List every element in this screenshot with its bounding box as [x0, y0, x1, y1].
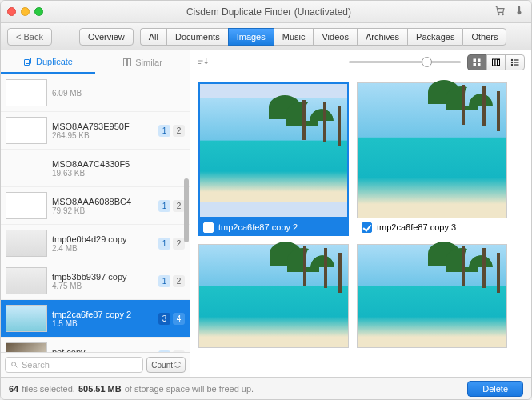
sort-button[interactable]: [197, 55, 208, 70]
preview-card[interactable]: [198, 244, 349, 348]
count-badge: 2: [173, 125, 185, 137]
main-toolbar: [190, 50, 531, 74]
count-badge: 6: [173, 350, 185, 353]
list-item[interactable]: MSO8AA7C4330F519.63 KB: [1, 150, 190, 187]
preview-card[interactable]: tmp2ca6fe87 copy 3: [357, 82, 507, 236]
thumbnail: [6, 79, 47, 106]
svg-rect-11: [493, 59, 495, 66]
back-button[interactable]: < Back: [7, 28, 52, 46]
zoom-slider[interactable]: [349, 61, 461, 63]
list-item[interactable]: MSO8AAA6088BC479.92 KB 12: [1, 187, 190, 225]
delete-button[interactable]: Delete: [467, 381, 523, 397]
zoom-range[interactable]: [349, 61, 461, 63]
view-mode: [467, 54, 525, 70]
list-icon: [510, 58, 520, 67]
list-item[interactable]: MSO8AA793E950F264.95 KB 12: [1, 112, 190, 150]
tab-packages[interactable]: Packages: [407, 28, 462, 46]
preview-card[interactable]: [357, 244, 507, 348]
sidebar-tabs: Duplicate Similar: [1, 50, 190, 74]
search-icon: [10, 361, 18, 369]
search-field[interactable]: [22, 360, 138, 370]
svg-rect-7: [474, 58, 477, 62]
list-item[interactable]: tmp0e0b4d29 copy2.4 MB 12: [1, 225, 190, 262]
cart-icon[interactable]: [494, 5, 506, 19]
preview-grid: tmp2ca6fe87 copy 2 tmp2ca6fe87 copy 3: [190, 74, 531, 377]
preview-filename: tmp2ca6fe87 copy 2: [218, 222, 298, 232]
count-badge: 2: [173, 275, 185, 287]
zoom-icon[interactable]: [34, 7, 43, 16]
list-item[interactable]: tmp2ca6fe87 copy 21.5 MB 34: [1, 300, 190, 338]
count-badge: 1: [158, 238, 170, 250]
file-size: 264.95 KB: [52, 131, 154, 140]
count-badge: 2: [173, 200, 185, 212]
thermometer-icon[interactable]: [514, 5, 525, 19]
file-size: 4.75 MB: [52, 282, 154, 290]
file-name: tmp2ca6fe87 copy 2: [52, 310, 154, 319]
thumbnail: [6, 305, 47, 332]
file-list: 6.09 MB MSO8AA793E950F264.95 KB 12 MSO8A…: [1, 74, 190, 352]
tab-duplicate[interactable]: Duplicate: [1, 50, 95, 74]
svg-rect-12: [495, 59, 498, 66]
svg-rect-9: [474, 63, 477, 66]
file-size: 6.09 MB: [52, 89, 185, 98]
duplicate-icon: [23, 57, 33, 66]
file-name: MSO8AAA6088BC4: [52, 197, 154, 206]
window-controls: [7, 7, 43, 16]
similar-icon: [122, 58, 132, 67]
file-size: 1.5 MB: [52, 319, 154, 328]
svg-rect-5: [128, 58, 131, 66]
svg-point-14: [511, 59, 513, 61]
view-columns-button[interactable]: [486, 54, 506, 70]
list-item[interactable]: pet copy40.88 KB 56: [1, 338, 190, 352]
tab-others[interactable]: Others: [462, 28, 506, 46]
count-badge: 4: [173, 313, 185, 325]
count-button[interactable]: Count: [146, 357, 186, 373]
grid-icon: [472, 58, 482, 67]
tab-images[interactable]: Images: [228, 28, 274, 46]
close-icon[interactable]: [7, 7, 16, 16]
preview-card[interactable]: tmp2ca6fe87 copy 2: [198, 82, 349, 236]
list-item[interactable]: tmp53bb9397 copy4.75 MB 12: [1, 262, 190, 300]
file-name: pet copy: [52, 347, 154, 353]
main-panel: tmp2ca6fe87 copy 2 tmp2ca6fe87 copy 3: [190, 50, 531, 377]
status-text: files selected.: [22, 384, 75, 394]
select-checkbox[interactable]: [203, 222, 214, 233]
tab-music[interactable]: Music: [274, 28, 314, 46]
thumbnail: [6, 154, 47, 182]
chevron-icon: [174, 362, 181, 368]
sidebar-footer: Count: [1, 352, 190, 377]
minimize-icon[interactable]: [21, 7, 30, 16]
svg-rect-8: [478, 58, 481, 62]
tab-videos[interactable]: Videos: [313, 28, 356, 46]
file-size: 79.92 KB: [52, 206, 154, 215]
count-badge: 1: [158, 275, 170, 287]
file-size: 19.63 KB: [52, 169, 185, 178]
tab-similar-label: Similar: [135, 58, 162, 67]
count-label: Count: [151, 361, 173, 370]
preview-filename: tmp2ca6fe87 copy 3: [377, 222, 456, 232]
tab-all[interactable]: All: [140, 28, 166, 46]
file-name: tmp53bb9397 copy: [52, 272, 154, 282]
svg-point-15: [511, 62, 513, 63]
preview-image: [357, 244, 507, 348]
count-badge: 1: [158, 125, 170, 137]
file-size: 2.4 MB: [52, 244, 154, 253]
svg-point-0: [498, 13, 499, 14]
view-grid-button[interactable]: [467, 54, 486, 70]
svg-point-1: [502, 13, 504, 14]
overview-button[interactable]: Overview: [79, 28, 134, 46]
tab-archives[interactable]: Archives: [357, 28, 407, 46]
svg-rect-2: [26, 58, 31, 63]
count-badge: 1: [158, 200, 170, 212]
scrollbar[interactable]: [184, 178, 189, 242]
tab-documents[interactable]: Documents: [166, 28, 228, 46]
tab-similar[interactable]: Similar: [95, 50, 190, 74]
select-checkbox[interactable]: [362, 222, 372, 233]
svg-point-16: [511, 64, 513, 66]
list-item[interactable]: 6.09 MB: [1, 74, 190, 112]
search-input[interactable]: [5, 357, 143, 373]
svg-rect-4: [124, 58, 127, 66]
freed-size: 505.51 MB: [78, 384, 122, 394]
count-badge: 3: [158, 313, 170, 325]
view-list-button[interactable]: [506, 54, 525, 70]
